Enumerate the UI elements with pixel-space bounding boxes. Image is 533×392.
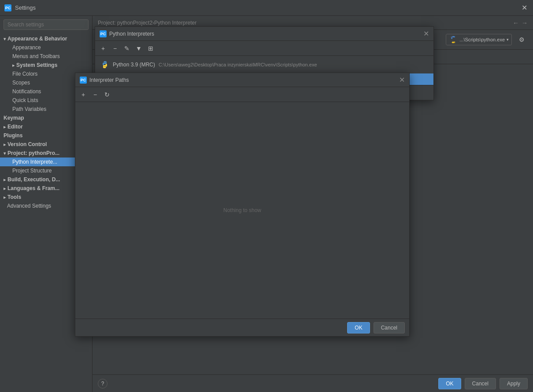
dialog-icon: PC [100, 30, 107, 37]
interpreter-dropdown[interactable]: ...\Scripts\python.exe ▾ [446, 34, 512, 45]
paths-cancel-button[interactable]: Cancel [374, 322, 405, 333]
expand-arrow-icon-vc: ▸ [4, 142, 6, 147]
back-icon[interactable]: ← [513, 19, 519, 26]
window-title: Settings [15, 4, 36, 11]
python-icon [449, 35, 458, 44]
python-logo-icon [100, 60, 109, 69]
add-path-button[interactable]: + [78, 89, 89, 100]
interpreter-path: C:\Users\aweg2\Desktop\Praca inzynierska… [159, 62, 317, 67]
dialog-title: Python Interpreters [109, 31, 154, 37]
apply-button[interactable]: Apply [500, 378, 528, 389]
app-icon: PC [4, 4, 11, 11]
paths-dialog-bottom: OK Cancel [75, 319, 409, 336]
paths-dialog-title-bar: PC Interpreter Paths ✕ [75, 73, 409, 87]
sidebar-item-appearance-behavior[interactable]: ▾ Appearance & Behavior [0, 34, 92, 43]
nav-arrows: ← → [513, 19, 528, 26]
breadcrumb-part2: Python Interpreter [154, 20, 196, 26]
paths-dialog-close-icon[interactable]: ✕ [399, 76, 405, 84]
dropdown-arrow-icon: ▾ [507, 37, 509, 42]
expand-arrow-icon-system: ▸ [12, 63, 15, 68]
dialog-toolbar: + − ✎ ▼ ⊞ [95, 41, 433, 56]
refresh-paths-button[interactable]: ↻ [102, 89, 112, 100]
title-bar: PC Settings ✕ [0, 0, 533, 16]
expand-arrow-icon-project: ▾ [4, 151, 6, 156]
help-button[interactable]: ? [98, 379, 107, 388]
sidebar-item-menus-toolbars[interactable]: Menus and Toolbars [0, 52, 92, 61]
paths-dialog-icon: PC [80, 77, 87, 84]
sidebar-item-appearance[interactable]: Appearance [0, 43, 92, 52]
ok-button[interactable]: OK [438, 378, 461, 389]
gear-button[interactable]: ⚙ [515, 33, 528, 46]
dialog-content: Python 3.9 (MRC) C:\Users\aweg2\Desktop\… [95, 56, 433, 73]
expand-arrow-icon-editor: ▸ [4, 125, 6, 129]
python-interpreters-title-bar: PC Python Interpreters ✕ [95, 27, 433, 41]
interpreter-path-display: ...\Scripts\python.exe [459, 37, 505, 42]
sidebar-item-system-settings[interactable]: ▸ System Settings [0, 61, 92, 70]
paths-ok-button[interactable]: OK [347, 322, 370, 333]
add-interpreter-button[interactable]: + [98, 43, 108, 54]
remove-interpreter-button[interactable]: − [110, 43, 120, 54]
bottom-bar: ? OK Cancel Apply [93, 374, 533, 392]
interpreter-list-item[interactable]: Python 3.9 (MRC) C:\Users\aweg2\Desktop\… [98, 59, 431, 71]
search-input[interactable] [4, 19, 89, 30]
interpreter-paths-dialog-inner: PC Interpreter Paths ✕ + − ↻ Nothing to … [75, 73, 410, 337]
paths-dialog-toolbar: + − ↻ [75, 87, 409, 102]
expand-arrow-icon-tools: ▸ [4, 195, 6, 200]
filter-interpreter-button[interactable]: ▼ [133, 43, 144, 54]
expand-arrow-icon-lang: ▸ [4, 186, 6, 191]
paths-empty-message: Nothing to show [75, 102, 409, 319]
dialog-close-icon[interactable]: ✕ [423, 29, 429, 38]
interpreter-name: Python 3.9 (MRC) [113, 62, 155, 68]
cancel-button[interactable]: Cancel [465, 378, 496, 389]
interpreter-paths-dialog: PC Interpreter Paths ✕ + − ↻ Nothing to … [75, 73, 410, 337]
copy-interpreter-button[interactable]: ⊞ [145, 43, 156, 54]
breadcrumb-part1: Project: pythonProject2 [98, 20, 152, 26]
close-icon[interactable]: ✕ [520, 4, 529, 12]
remove-path-button[interactable]: − [90, 89, 100, 100]
edit-interpreter-button[interactable]: ✎ [122, 43, 132, 54]
forward-icon[interactable]: → [522, 19, 528, 26]
expand-arrow-icon-build: ▸ [4, 177, 6, 182]
paths-dialog-title: Interpreter Paths [89, 77, 129, 83]
expand-arrow-icon: ▾ [4, 37, 6, 41]
